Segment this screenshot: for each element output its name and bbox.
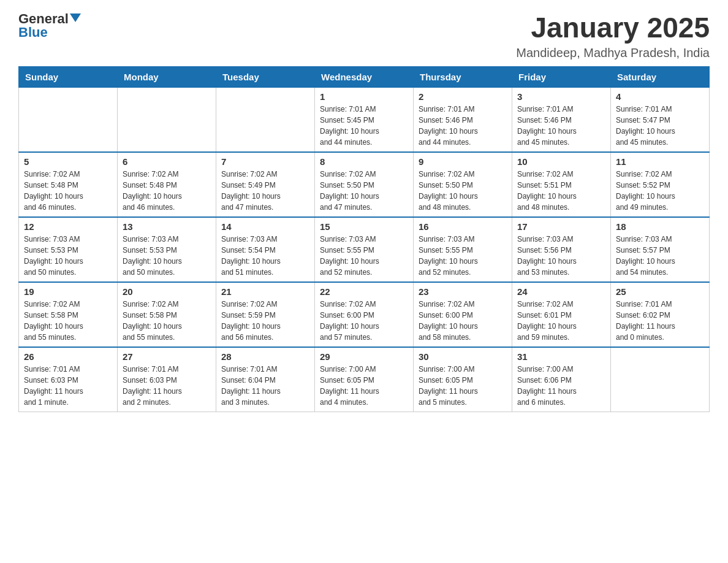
calendar-week-row: 19Sunrise: 7:02 AMSunset: 5:58 PMDayligh…	[19, 282, 710, 347]
day-info: Sunrise: 7:03 AMSunset: 5:53 PMDaylight:…	[24, 234, 112, 278]
day-number: 11	[616, 156, 704, 167]
calendar-cell: 6Sunrise: 7:02 AMSunset: 5:48 PMDaylight…	[118, 152, 216, 217]
day-info: Sunrise: 7:01 AMSunset: 5:46 PMDaylight:…	[419, 104, 507, 148]
calendar-cell: 21Sunrise: 7:02 AMSunset: 5:59 PMDayligh…	[216, 282, 315, 347]
calendar-cell	[611, 347, 710, 412]
day-number: 17	[517, 221, 605, 232]
title-section: January 2025 Mandideep, Madhya Pradesh, …	[516, 12, 710, 60]
day-info: Sunrise: 7:02 AMSunset: 5:49 PMDaylight:…	[221, 169, 309, 213]
header-saturday: Saturday	[611, 66, 710, 87]
day-info: Sunrise: 7:03 AMSunset: 5:55 PMDaylight:…	[320, 234, 408, 278]
day-info: Sunrise: 7:02 AMSunset: 5:59 PMDaylight:…	[221, 299, 309, 343]
day-number: 15	[320, 221, 408, 232]
day-number: 5	[24, 156, 112, 167]
calendar-week-row: 5Sunrise: 7:02 AMSunset: 5:48 PMDaylight…	[19, 152, 710, 217]
day-info: Sunrise: 7:01 AMSunset: 5:46 PMDaylight:…	[517, 104, 605, 148]
day-number: 30	[419, 351, 507, 362]
calendar-cell: 27Sunrise: 7:01 AMSunset: 6:03 PMDayligh…	[118, 347, 216, 412]
calendar-cell: 24Sunrise: 7:02 AMSunset: 6:01 PMDayligh…	[512, 282, 611, 347]
day-info: Sunrise: 7:02 AMSunset: 5:58 PMDaylight:…	[24, 299, 112, 343]
day-info: Sunrise: 7:00 AMSunset: 6:05 PMDaylight:…	[320, 364, 408, 408]
calendar-week-row: 12Sunrise: 7:03 AMSunset: 5:53 PMDayligh…	[19, 217, 710, 282]
day-number: 4	[616, 91, 704, 102]
calendar-cell: 12Sunrise: 7:03 AMSunset: 5:53 PMDayligh…	[19, 217, 118, 282]
calendar-cell: 10Sunrise: 7:02 AMSunset: 5:51 PMDayligh…	[512, 152, 611, 217]
day-number: 9	[419, 156, 507, 167]
calendar-cell	[19, 87, 118, 152]
header-monday: Monday	[118, 66, 216, 87]
header-sunday: Sunday	[19, 66, 118, 87]
calendar-cell: 11Sunrise: 7:02 AMSunset: 5:52 PMDayligh…	[611, 152, 710, 217]
day-number: 22	[320, 286, 408, 297]
calendar-cell: 30Sunrise: 7:00 AMSunset: 6:05 PMDayligh…	[414, 347, 512, 412]
day-number: 16	[419, 221, 507, 232]
day-number: 10	[517, 156, 605, 167]
day-info: Sunrise: 7:02 AMSunset: 5:48 PMDaylight:…	[24, 169, 112, 213]
day-number: 26	[24, 351, 112, 362]
calendar-cell: 29Sunrise: 7:00 AMSunset: 6:05 PMDayligh…	[315, 347, 414, 412]
day-number: 18	[616, 221, 704, 232]
calendar-cell: 2Sunrise: 7:01 AMSunset: 5:46 PMDaylight…	[414, 87, 512, 152]
calendar-cell: 28Sunrise: 7:01 AMSunset: 6:04 PMDayligh…	[216, 347, 315, 412]
calendar-cell: 5Sunrise: 7:02 AMSunset: 5:48 PMDaylight…	[19, 152, 118, 217]
calendar-cell: 7Sunrise: 7:02 AMSunset: 5:49 PMDaylight…	[216, 152, 315, 217]
day-number: 21	[221, 286, 309, 297]
day-number: 28	[221, 351, 309, 362]
day-info: Sunrise: 7:01 AMSunset: 6:04 PMDaylight:…	[221, 364, 309, 408]
calendar-cell: 31Sunrise: 7:00 AMSunset: 6:06 PMDayligh…	[512, 347, 611, 412]
day-number: 24	[517, 286, 605, 297]
calendar-table: SundayMondayTuesdayWednesdayThursdayFrid…	[18, 66, 710, 412]
location-text: Mandideep, Madhya Pradesh, India	[516, 46, 710, 60]
day-number: 3	[517, 91, 605, 102]
logo-triangle-icon	[70, 13, 81, 22]
calendar-cell: 26Sunrise: 7:01 AMSunset: 6:03 PMDayligh…	[19, 347, 118, 412]
day-info: Sunrise: 7:02 AMSunset: 5:48 PMDaylight:…	[123, 169, 211, 213]
day-info: Sunrise: 7:01 AMSunset: 5:47 PMDaylight:…	[616, 104, 704, 148]
day-info: Sunrise: 7:02 AMSunset: 6:01 PMDaylight:…	[517, 299, 605, 343]
day-info: Sunrise: 7:01 AMSunset: 6:02 PMDaylight:…	[616, 299, 704, 343]
calendar-cell: 15Sunrise: 7:03 AMSunset: 5:55 PMDayligh…	[315, 217, 414, 282]
calendar-week-row: 1Sunrise: 7:01 AMSunset: 5:45 PMDaylight…	[19, 87, 710, 152]
day-number: 14	[221, 221, 309, 232]
header-wednesday: Wednesday	[315, 66, 414, 87]
month-title: January 2025	[516, 12, 710, 44]
day-info: Sunrise: 7:02 AMSunset: 5:50 PMDaylight:…	[419, 169, 507, 213]
header-thursday: Thursday	[414, 66, 512, 87]
calendar-cell: 22Sunrise: 7:02 AMSunset: 6:00 PMDayligh…	[315, 282, 414, 347]
day-number: 6	[123, 156, 211, 167]
calendar-cell: 13Sunrise: 7:03 AMSunset: 5:53 PMDayligh…	[118, 217, 216, 282]
calendar-cell: 8Sunrise: 7:02 AMSunset: 5:50 PMDaylight…	[315, 152, 414, 217]
day-info: Sunrise: 7:02 AMSunset: 5:52 PMDaylight:…	[616, 169, 704, 213]
day-number: 25	[616, 286, 704, 297]
day-number: 2	[419, 91, 507, 102]
header-tuesday: Tuesday	[216, 66, 315, 87]
day-info: Sunrise: 7:02 AMSunset: 5:51 PMDaylight:…	[517, 169, 605, 213]
calendar-cell: 23Sunrise: 7:02 AMSunset: 6:00 PMDayligh…	[414, 282, 512, 347]
day-number: 19	[24, 286, 112, 297]
calendar-cell: 9Sunrise: 7:02 AMSunset: 5:50 PMDaylight…	[414, 152, 512, 217]
day-number: 29	[320, 351, 408, 362]
calendar-week-row: 26Sunrise: 7:01 AMSunset: 6:03 PMDayligh…	[19, 347, 710, 412]
header-friday: Friday	[512, 66, 611, 87]
day-info: Sunrise: 7:02 AMSunset: 6:00 PMDaylight:…	[419, 299, 507, 343]
logo-general-text: General	[18, 12, 69, 26]
day-number: 27	[123, 351, 211, 362]
calendar-cell: 3Sunrise: 7:01 AMSunset: 5:46 PMDaylight…	[512, 87, 611, 152]
day-number: 31	[517, 351, 605, 362]
calendar-cell: 25Sunrise: 7:01 AMSunset: 6:02 PMDayligh…	[611, 282, 710, 347]
day-info: Sunrise: 7:03 AMSunset: 5:57 PMDaylight:…	[616, 234, 704, 278]
calendar-cell: 17Sunrise: 7:03 AMSunset: 5:56 PMDayligh…	[512, 217, 611, 282]
calendar-cell: 16Sunrise: 7:03 AMSunset: 5:55 PMDayligh…	[414, 217, 512, 282]
day-info: Sunrise: 7:02 AMSunset: 5:58 PMDaylight:…	[123, 299, 211, 343]
logo-blue-text: Blue	[18, 26, 48, 39]
day-number: 8	[320, 156, 408, 167]
day-number: 7	[221, 156, 309, 167]
logo: General Blue	[18, 12, 81, 39]
page-header: General Blue January 2025 Mandideep, Mad…	[18, 12, 710, 60]
day-info: Sunrise: 7:00 AMSunset: 6:06 PMDaylight:…	[517, 364, 605, 408]
day-info: Sunrise: 7:01 AMSunset: 6:03 PMDaylight:…	[24, 364, 112, 408]
day-number: 23	[419, 286, 507, 297]
day-info: Sunrise: 7:03 AMSunset: 5:55 PMDaylight:…	[419, 234, 507, 278]
day-info: Sunrise: 7:03 AMSunset: 5:54 PMDaylight:…	[221, 234, 309, 278]
calendar-cell	[216, 87, 315, 152]
